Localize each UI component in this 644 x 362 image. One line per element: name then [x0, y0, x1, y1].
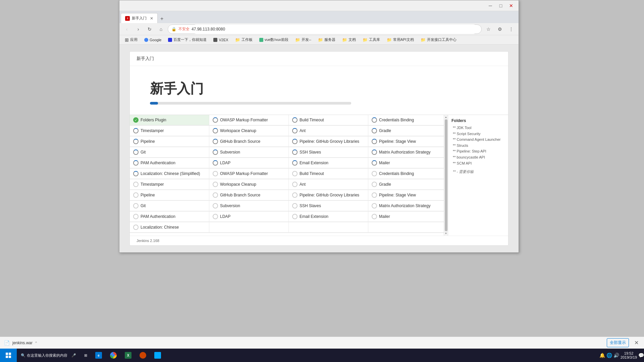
plugin-matrix-auth1[interactable]: Matrix Authorization Strategy — [368, 147, 448, 158]
close-download-button[interactable]: ✕ — [633, 340, 640, 346]
bookmark-apps[interactable]: ⊞ 应用 — [122, 37, 140, 43]
plugin-subversion2[interactable]: Subversion — [209, 201, 289, 211]
taskbar-excel[interactable]: X — [121, 349, 136, 362]
home-button[interactable]: ⌂ — [156, 24, 166, 34]
plugin-github-branch1[interactable]: GitHub Branch Source — [209, 136, 289, 147]
plugin-email-ext1[interactable]: Email Extension — [289, 158, 368, 168]
forward-button[interactable]: › — [133, 24, 143, 34]
plugin-localization-cn2[interactable]: Localization: Chinese — [130, 222, 209, 233]
bookmark-api[interactable]: 📁 常用API文档 — [384, 37, 417, 43]
back-button[interactable]: ‹ — [122, 24, 131, 34]
taskbar-ie[interactable]: e — [91, 349, 106, 362]
show-all-button[interactable]: 全部显示 — [607, 338, 629, 347]
plugin-folders[interactable]: ✓ Folders Plugin — [130, 115, 209, 125]
taskbar-app6[interactable] — [150, 349, 165, 362]
plugin-scroll-area[interactable]: ✓ Folders Plugin OWASP Markup Formatter … — [130, 115, 448, 236]
extensions-button[interactable]: ⚙ — [495, 24, 504, 34]
plugin-mailer2[interactable]: Mailer — [368, 212, 448, 222]
plugin-pam2[interactable]: PAM Authentication — [130, 212, 209, 222]
plugin-workspace-cleanup2[interactable]: Workspace Cleanup — [209, 179, 289, 190]
refresh-button[interactable]: ↻ — [145, 24, 154, 34]
bookmark-tools[interactable]: 📁 工具库 — [360, 37, 383, 43]
plugin-git2[interactable]: Git — [130, 201, 209, 211]
plugin-email-ext2[interactable]: Email Extension — [289, 212, 368, 222]
progress-bar-container — [150, 102, 351, 105]
plugin-credentials-binding2[interactable]: Credentials Binding — [368, 169, 448, 179]
minimize-button[interactable]: ─ — [486, 1, 495, 10]
plugin-owasp2[interactable]: OWASP Markup Formatter — [209, 169, 289, 179]
plugin-ssh-slaves1[interactable]: SSH Slaves — [289, 147, 368, 158]
address-input[interactable] — [192, 24, 478, 34]
scroll-up-button[interactable]: ▲ — [445, 116, 447, 119]
plugin-ldap2[interactable]: LDAP — [209, 212, 289, 222]
plugin-pipeline-stage2[interactable]: Pipeline: Stage View — [368, 190, 448, 200]
plugin-timestamper2[interactable]: Timestamper — [130, 179, 209, 190]
plugin-pam1[interactable]: PAM Authentication — [130, 158, 209, 168]
plugin-ant1[interactable]: Ant — [289, 126, 368, 136]
taskbar-app5[interactable] — [136, 349, 150, 362]
tray-icon-1[interactable]: 🔔 — [599, 353, 605, 358]
plugin-pipeline1[interactable]: Pipeline — [130, 136, 209, 147]
info-item-5: ** Pipeline: Step API — [451, 148, 505, 155]
plugin-github-branch2[interactable]: GitHub Branch Source — [209, 190, 289, 200]
info-item-3: ** Command Agent Launcher — [451, 137, 505, 143]
taskview-icon: ⊞ — [84, 353, 87, 358]
start-button[interactable] — [0, 349, 17, 362]
jenkins-footer: Jenkins 2.168 — [130, 236, 508, 245]
bookmark-baidu[interactable]: 百度一下，你就知道 — [165, 37, 209, 43]
plugin-gradle1[interactable]: Gradle — [368, 126, 448, 136]
bookmark-devtools[interactable]: 📁 开发接口工具中心 — [418, 37, 459, 43]
plugin-pipeline2[interactable]: Pipeline — [130, 190, 209, 200]
tray-volume-icon[interactable]: 🔊 — [613, 353, 619, 358]
tab-close-button[interactable]: ✕ — [150, 16, 153, 21]
tray-network-icon[interactable]: 🌐 — [606, 353, 612, 358]
page-title: 新手入门 — [150, 79, 204, 98]
plugin-ant2[interactable]: Ant — [289, 179, 368, 190]
new-tab-button[interactable]: + — [158, 14, 166, 23]
plugin-build-timeout1[interactable]: Build Timeout — [289, 115, 368, 125]
bookmark-google[interactable]: Google — [142, 37, 164, 43]
plugin-credentials-binding1[interactable]: Credentials Binding — [368, 115, 448, 125]
bookmark-dev[interactable]: 📁 开发-- — [292, 37, 314, 43]
plugin-workspace-cleanup1[interactable]: Workspace Cleanup — [209, 126, 289, 136]
plugin-empty-1 — [209, 222, 289, 233]
taskbar-search[interactable]: 🔍 在这里输入你搜索的内容 🎤 — [17, 349, 80, 362]
plugin-subversion1[interactable]: Subversion — [209, 147, 289, 158]
plugin-list-section: ✓ Folders Plugin OWASP Markup Formatter … — [130, 115, 508, 236]
taskbar-clock[interactable]: 19:52 2019/3/19 — [621, 351, 637, 359]
scroll-thumb[interactable] — [445, 119, 447, 231]
bookmark-v2ex[interactable]: V2EX — [211, 37, 231, 43]
bookmark-vue[interactable]: vue数/vux前段 — [257, 37, 291, 43]
info-item-4: ** Structs — [451, 143, 505, 149]
checkbox-empty-icon-13 — [213, 203, 218, 208]
plugin-row-10: PAM Authentication LDAP Email Extension — [130, 212, 448, 222]
plugin-git1[interactable]: Git — [130, 147, 209, 158]
plugin-timestamper1[interactable]: Timestamper — [130, 126, 209, 136]
bookmark-workspace[interactable]: 📁 工作板 — [232, 37, 255, 43]
plugin-gradle2[interactable]: Gradle — [368, 179, 448, 190]
plugin-build-timeout2[interactable]: Build Timeout — [289, 169, 368, 179]
plugin-owasp1[interactable]: OWASP Markup Formatter — [209, 115, 289, 125]
bookmark-docs[interactable]: 📁 文档 — [339, 37, 359, 43]
star-button[interactable]: ☆ — [484, 24, 493, 34]
bookmark-server[interactable]: 📁 服务器 — [315, 37, 338, 43]
plugin-ssh-slaves2[interactable]: SSH Slaves — [289, 201, 368, 211]
loading-icon-11 — [372, 139, 377, 144]
scroll-down-button[interactable]: ▼ — [445, 232, 447, 235]
plugin-matrix-auth2[interactable]: Matrix Authorization Strategy — [368, 201, 448, 211]
taskbar-taskview[interactable]: ⊞ — [80, 349, 91, 362]
plugin-ldap1[interactable]: LDAP — [209, 158, 289, 168]
close-button[interactable]: ✕ — [506, 1, 516, 10]
active-tab[interactable]: J 新手入门 ✕ — [121, 13, 158, 23]
plugin-pipeline-stage1[interactable]: Pipeline: Stage View — [368, 136, 448, 147]
maximize-button[interactable]: □ — [496, 1, 505, 10]
plugin-mailer1[interactable]: Mailer — [368, 158, 448, 168]
plugin-grid-wrapper: ✓ Folders Plugin OWASP Markup Formatter … — [130, 115, 448, 236]
action-center-icon[interactable]: 💬 — [638, 353, 644, 358]
menu-button[interactable]: ⋮ — [506, 24, 516, 34]
plugin-pipeline-github2[interactable]: Pipeline: GitHub Groovy Libraries — [289, 190, 368, 200]
panel-header: 新手入门 — [130, 52, 508, 66]
plugin-localization-cn[interactable]: Localization: Chinese (Simplified) — [130, 169, 209, 179]
taskbar-chrome[interactable] — [106, 349, 121, 362]
plugin-pipeline-github1[interactable]: Pipeline: GitHub Groovy Libraries — [289, 136, 368, 147]
